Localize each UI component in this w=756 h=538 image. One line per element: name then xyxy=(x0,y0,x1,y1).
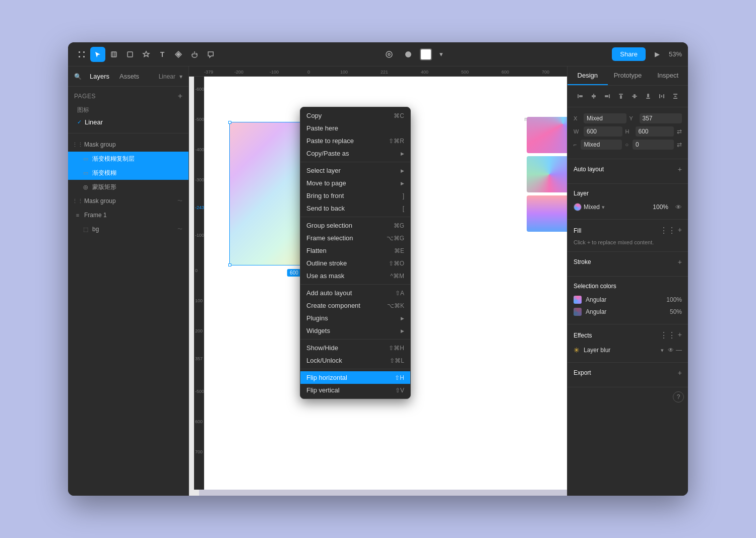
effect-remove[interactable]: — xyxy=(676,347,682,354)
select-tool[interactable] xyxy=(90,47,105,62)
effect-visibility[interactable]: 👁 xyxy=(668,347,674,354)
layer-gradient[interactable]: ▭ 渐变模糊 xyxy=(68,166,188,180)
menu-paste-replace[interactable]: Paste to replace ⇧⌘R xyxy=(300,134,410,147)
effects-grid-icon[interactable]: ⋮⋮ xyxy=(660,330,676,340)
angular-swatch-2[interactable] xyxy=(574,308,582,316)
rotation-value[interactable]: 0 xyxy=(633,140,674,150)
tab-design[interactable]: Design xyxy=(568,66,608,85)
svg-rect-26 xyxy=(674,96,676,97)
align-left[interactable] xyxy=(574,90,586,103)
corner-value[interactable]: Mixed xyxy=(581,140,622,150)
add-stroke-btn[interactable]: + xyxy=(678,258,682,266)
blend-mode-value[interactable]: Mixed xyxy=(584,204,600,211)
menu-use-as-mask[interactable]: Use as mask ^⌘M xyxy=(300,270,410,282)
device-btn[interactable]: ▾ xyxy=(434,47,449,62)
align-bottom[interactable] xyxy=(642,90,655,103)
blur-label[interactable]: Layer blur xyxy=(584,347,657,354)
add-fill-btn[interactable]: + xyxy=(678,226,682,235)
add-page-button[interactable]: + xyxy=(178,92,182,101)
shape-tool[interactable] xyxy=(122,47,138,62)
w-value[interactable]: 600 xyxy=(584,126,622,137)
align-right[interactable] xyxy=(601,90,613,103)
menu-lock-unlock[interactable]: Lock/Unlock ⇧⌘L xyxy=(300,354,410,367)
svg-point-9 xyxy=(386,51,392,57)
constrain-proportions[interactable]: ⇄ xyxy=(677,128,682,135)
menu-plugins[interactable]: Plugins xyxy=(300,312,410,324)
menu-flip-vertical[interactable]: Flip vertical ⇧V xyxy=(300,384,410,396)
handle-tl[interactable] xyxy=(228,121,231,124)
layer-mask-rect[interactable]: ◎ 蒙版矩形 xyxy=(68,180,188,194)
fill-title: Fill xyxy=(574,227,581,234)
left-sidebar: 🔍 Layers Assets Linear ▾ Pages + 图标 ✓ Li… xyxy=(68,66,189,496)
menu-outline-stroke[interactable]: Outline stroke ⇧⌘O xyxy=(300,257,410,270)
menu-copy-paste-as[interactable]: Copy/Paste as xyxy=(300,147,410,160)
menu-copy[interactable]: Copy ⌘C xyxy=(300,109,410,122)
resources-btn[interactable] xyxy=(382,47,397,62)
menu-frame-selection[interactable]: Frame selection ⌥⌘G xyxy=(300,232,410,244)
align-center-h[interactable] xyxy=(587,90,600,103)
align-distribute-v[interactable] xyxy=(669,90,682,103)
ruler-mark-100: -100 xyxy=(270,70,279,75)
text-tool[interactable]: T xyxy=(155,47,170,62)
filter-chevron[interactable]: ▾ xyxy=(179,73,182,80)
x-value[interactable]: Mixed xyxy=(584,113,626,123)
blend-chevron[interactable]: ▾ xyxy=(602,204,605,211)
assets-tab[interactable]: Assets xyxy=(115,71,143,82)
opacity-value[interactable]: 100% xyxy=(653,204,668,211)
tab-prototype[interactable]: Prototype xyxy=(608,66,648,85)
blur-chevron[interactable]: ▾ xyxy=(661,347,664,354)
canvas-area[interactable]: -379 -200 -100 0 100 221 400 500 600 700 xyxy=(189,66,567,496)
menu-select-layer[interactable]: Select layer xyxy=(300,164,410,177)
add-export-btn[interactable]: + xyxy=(678,369,682,377)
menu-send-to-back[interactable]: Send to back [ xyxy=(300,202,410,215)
add-auto-layout-btn[interactable]: + xyxy=(678,165,682,173)
layers-tab[interactable]: Layers xyxy=(86,71,113,82)
fill-grid-icon[interactable]: ⋮⋮ xyxy=(660,226,676,235)
align-center-v[interactable] xyxy=(628,90,641,103)
tab-inspect[interactable]: Inspect xyxy=(648,66,688,85)
add-effect-btn[interactable]: + xyxy=(678,330,682,340)
visibility-toggle[interactable]: 👁 xyxy=(675,204,682,211)
layer-mask-group-1[interactable]: ⋮⋮ Mask group xyxy=(68,138,188,152)
layer-mask-group-2[interactable]: ⋮⋮ Mask group 〜 xyxy=(68,194,188,208)
scale-tool[interactable] xyxy=(106,47,121,62)
page-item-linear[interactable]: ✓ Linear xyxy=(74,116,182,128)
help-button[interactable]: ? xyxy=(673,391,684,402)
pages-section: Pages + 图标 ✓ Linear xyxy=(68,87,188,133)
play-button[interactable]: ▶ xyxy=(650,47,665,62)
h-value[interactable]: 600 xyxy=(636,126,674,137)
align-top[interactable] xyxy=(614,90,627,103)
menu-add-auto-layout[interactable]: Add auto layout ⇧A xyxy=(300,287,410,299)
menu-widgets[interactable]: Widgets xyxy=(300,324,410,337)
layer-rect-icon-2: ▭ xyxy=(82,169,89,176)
layer-gradient-copy[interactable]: ▭ 渐变模糊复制层 xyxy=(68,152,188,166)
menu-bring-to-front[interactable]: Bring to front ] xyxy=(300,189,410,202)
menu-show-hide[interactable]: Show/Hide ⇧⌘H xyxy=(300,342,410,354)
share-button[interactable]: Share xyxy=(612,47,646,61)
menu-create-component[interactable]: Create component ⌥⌘K xyxy=(300,299,410,312)
component-tool[interactable] xyxy=(171,47,186,62)
page-item-icon[interactable]: 图标 xyxy=(74,104,182,116)
layer-bg[interactable]: ⬚ bg 〜 xyxy=(68,222,188,236)
contrast-btn[interactable] xyxy=(401,47,416,62)
selection-color-2: Angular 50% xyxy=(574,306,682,318)
expand-corner[interactable]: ⇄ xyxy=(677,141,682,148)
auto-layout-header: Auto layout + xyxy=(574,165,682,173)
ruler-mark-379: -379 xyxy=(204,70,213,75)
menu-group-selection[interactable]: Group selection ⌘G xyxy=(300,219,410,232)
layer-title: Layer xyxy=(574,190,589,197)
zoom-label[interactable]: 53% xyxy=(669,50,682,58)
pen-tool[interactable] xyxy=(139,47,154,62)
align-distribute-h[interactable] xyxy=(656,90,668,103)
layer-frame1[interactable]: ≡ Frame 1 xyxy=(68,208,188,222)
frame-tool[interactable] xyxy=(74,47,89,62)
handle-bl[interactable] xyxy=(228,263,231,266)
menu-flatten[interactable]: Flatten ⌘E xyxy=(300,244,410,257)
menu-paste-here[interactable]: Paste here xyxy=(300,122,410,134)
angular-swatch-1[interactable] xyxy=(574,296,582,304)
y-value[interactable]: 357 xyxy=(640,113,682,123)
comment-tool[interactable] xyxy=(203,47,218,62)
hand-tool[interactable] xyxy=(187,47,202,62)
menu-move-to-page[interactable]: Move to page xyxy=(300,177,410,189)
menu-flip-horizontal[interactable]: Flip horizontal ⇧H xyxy=(300,371,410,384)
